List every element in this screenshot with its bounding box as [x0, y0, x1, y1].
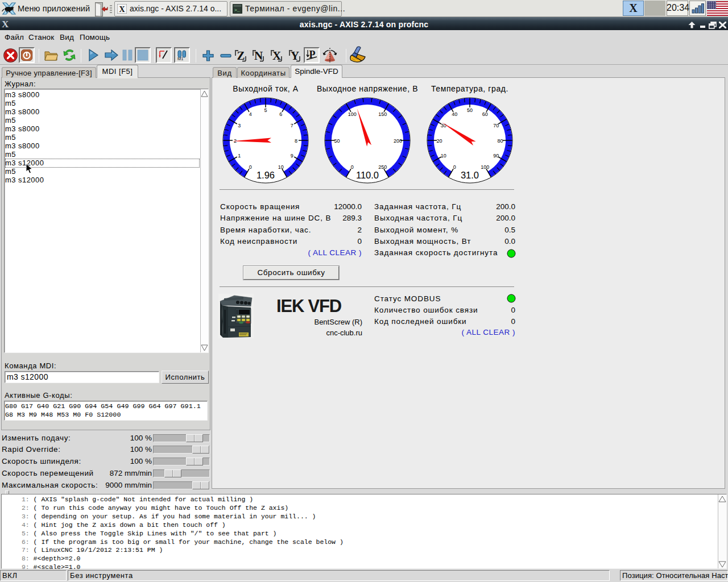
- svg-text:1: 1: [238, 153, 241, 159]
- svg-text:70: 70: [493, 123, 499, 128]
- svg-text:50: 50: [467, 107, 473, 113]
- svg-text:7: 7: [291, 123, 293, 128]
- svg-text:M1: M1: [177, 56, 183, 61]
- svg-text:90: 90: [493, 153, 499, 159]
- svg-text:250: 250: [378, 164, 387, 170]
- svg-text:X: X: [119, 5, 125, 14]
- svg-text:200: 200: [394, 138, 402, 144]
- svg-text:80: 80: [497, 138, 503, 144]
- svg-text:0: 0: [453, 164, 456, 170]
- svg-text:60: 60: [482, 111, 488, 117]
- svg-text:10: 10: [441, 153, 446, 159]
- svg-text:4: 4: [249, 111, 252, 117]
- svg-text:50: 50: [334, 138, 340, 144]
- svg-text:0: 0: [351, 164, 354, 170]
- svg-text:30: 30: [441, 123, 446, 128]
- svg-text:8: 8: [295, 138, 297, 144]
- svg-text:150: 150: [378, 111, 387, 117]
- svg-text:10: 10: [278, 164, 284, 170]
- svg-text:>_: >_: [234, 7, 240, 13]
- svg-text:20: 20: [436, 138, 442, 144]
- svg-text:9: 9: [291, 153, 293, 159]
- svg-text:100: 100: [348, 111, 357, 117]
- svg-text:3: 3: [238, 123, 241, 128]
- svg-text:2: 2: [234, 138, 237, 144]
- svg-text:0: 0: [249, 164, 252, 170]
- svg-text:6: 6: [279, 111, 282, 117]
- svg-text:5: 5: [264, 107, 267, 113]
- svg-text:40: 40: [452, 111, 457, 117]
- svg-text:100: 100: [481, 164, 489, 170]
